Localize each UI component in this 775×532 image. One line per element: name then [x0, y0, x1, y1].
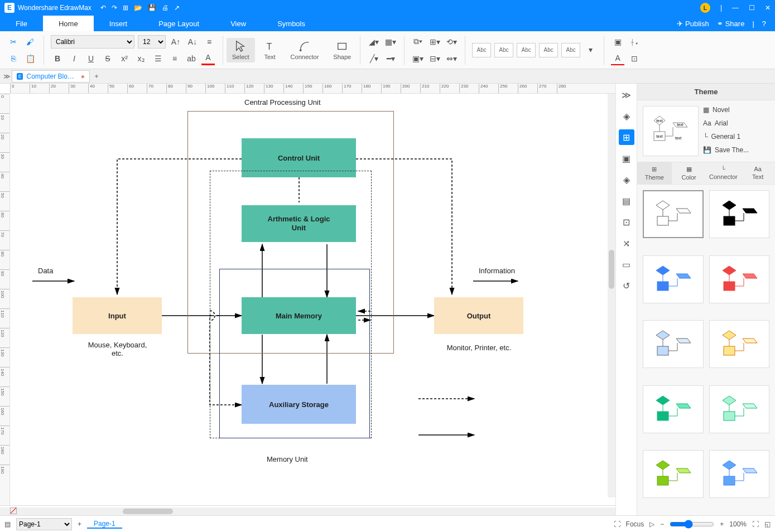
increase-font-icon[interactable]: A↑	[169, 35, 182, 49]
theme-item[interactable]	[643, 255, 704, 303]
zoom-slider[interactable]	[670, 520, 714, 529]
horizontal-scrollbar[interactable]	[0, 507, 615, 515]
crop-icon[interactable]: ⟊▾	[628, 35, 641, 49]
open-icon[interactable]: 📂	[134, 4, 142, 12]
rail-shuffle-icon[interactable]: ⤨	[619, 235, 634, 251]
rail-layers-icon[interactable]: ◈	[619, 172, 634, 187]
page-fit-icon[interactable]: ▣	[611, 35, 624, 49]
theme-connector-prop[interactable]: └General 1	[703, 133, 769, 141]
canvas[interactable]: Central Processing Unit Control Unit Art…	[10, 94, 615, 505]
tab-file[interactable]: File	[0, 16, 43, 31]
tab-view[interactable]: View	[215, 16, 262, 31]
select-tool[interactable]: Select	[227, 38, 255, 62]
subtab-connector[interactable]: └Connector	[706, 162, 741, 184]
publish-button[interactable]: ✈Publish	[677, 20, 709, 28]
group-icon[interactable]: ⧉▾	[411, 35, 425, 49]
highlight-icon[interactable]: ab	[185, 52, 198, 65]
subtab-text[interactable]: AaText	[740, 162, 775, 184]
new-icon[interactable]: ⊞	[123, 4, 128, 12]
tab-home[interactable]: Home	[43, 16, 94, 31]
copy-icon[interactable]: ⎘	[7, 52, 20, 65]
save-theme-button[interactable]: 💾Save The...	[703, 146, 769, 154]
decrease-font-icon[interactable]: A↓	[186, 35, 199, 49]
cut-icon[interactable]: ✂	[7, 35, 20, 49]
line-icon[interactable]: ╱▾	[367, 52, 381, 65]
zoom-value[interactable]: 100%	[729, 520, 747, 528]
help-icon[interactable]: ?	[762, 20, 766, 28]
rail-history-icon[interactable]: ↺	[619, 278, 634, 293]
italic-icon[interactable]: I	[68, 52, 81, 65]
theme-item[interactable]	[709, 190, 770, 238]
style-preset-1[interactable]: Abc	[472, 43, 491, 57]
align-objects-icon[interactable]: ⊞▾	[428, 35, 441, 49]
input-subtitle[interactable]: Mouse, Keyboard, etc.	[83, 341, 152, 357]
alu-box[interactable]: Arthmetic & Logic Unit	[242, 205, 356, 242]
zoom-out-button[interactable]: −	[660, 520, 664, 528]
bring-front-icon[interactable]: ▣▾	[411, 52, 425, 65]
style-preset-2[interactable]: Abc	[494, 43, 513, 57]
tab-symbols[interactable]: Symbols	[262, 16, 321, 31]
output-subtitle[interactable]: Monitor, Printer, etc.	[441, 344, 517, 352]
add-page-button[interactable]: +	[78, 520, 81, 528]
superscript-icon[interactable]: x²	[118, 52, 131, 65]
format-painter-icon[interactable]: 🖌	[23, 35, 37, 49]
text-annotation-icon[interactable]: A	[611, 52, 624, 65]
subtab-theme[interactable]: ⊞Theme	[637, 162, 672, 184]
rail-page-icon[interactable]: ▤	[619, 193, 634, 209]
bold-icon[interactable]: B	[51, 52, 64, 65]
page-tab[interactable]: Page-1	[87, 520, 122, 529]
page-select[interactable]: Page-1	[16, 518, 72, 530]
font-color-icon[interactable]: A	[201, 52, 215, 65]
theme-item[interactable]	[709, 255, 770, 303]
theme-color-prop[interactable]: ▦Novel	[703, 106, 769, 114]
theme-item[interactable]	[709, 385, 770, 433]
strikethrough-icon[interactable]: S	[101, 52, 114, 65]
share-button[interactable]: ⚭Share	[717, 20, 745, 28]
no-fill-swatch[interactable]	[10, 507, 17, 514]
play-icon[interactable]: ▷	[649, 520, 654, 528]
style-preset-4[interactable]: Abc	[539, 43, 558, 57]
zoom-in-button[interactable]: +	[720, 520, 724, 528]
theme-item[interactable]	[643, 385, 704, 433]
close-icon[interactable]: ✕	[765, 4, 771, 12]
user-avatar[interactable]: L	[700, 3, 710, 13]
style-more-icon[interactable]: ▾	[584, 43, 597, 56]
rail-expand-icon[interactable]: ≫	[619, 87, 634, 103]
rail-present-icon[interactable]: ▭	[619, 257, 634, 272]
line-spacing-icon[interactable]: ≡	[203, 35, 216, 49]
shape-tool[interactable]: Shape	[328, 38, 357, 62]
font-size-select[interactable]: 12	[138, 35, 166, 49]
font-name-select[interactable]: Calibri	[51, 35, 134, 49]
subscript-icon[interactable]: x₂	[134, 52, 148, 65]
outline-icon[interactable]: ▤	[4, 520, 11, 528]
paste-icon[interactable]: 📋	[23, 52, 37, 65]
main-memory-box[interactable]: Main Memory	[242, 297, 356, 334]
subtab-color[interactable]: ▦Color	[672, 162, 706, 184]
line-style-icon[interactable]: ━▾	[384, 52, 397, 65]
rail-style-icon[interactable]: ◈	[619, 108, 634, 124]
underline-icon[interactable]: U	[84, 52, 98, 65]
vertical-scrollbar[interactable]	[608, 94, 615, 497]
theme-item[interactable]	[709, 450, 770, 498]
data-label[interactable]: Data	[38, 267, 53, 275]
theme-item[interactable]	[643, 190, 704, 238]
align-icon[interactable]: ≡	[168, 52, 181, 65]
doc-tab[interactable]: E Computer Block... ●	[12, 70, 90, 83]
cpu-title[interactable]: Central Processing Unit	[244, 98, 321, 107]
tab-insert[interactable]: Insert	[94, 16, 143, 31]
aux-storage-box[interactable]: Auxiliary Storage	[242, 385, 356, 424]
maximize-icon[interactable]: ☐	[749, 4, 755, 12]
undo-icon[interactable]: ↶	[100, 4, 106, 12]
fullscreen-icon[interactable]: ◱	[764, 520, 771, 528]
tab-page-layout[interactable]: Page Layout	[143, 16, 215, 31]
output-box[interactable]: Output	[434, 297, 523, 334]
rail-library-icon[interactable]: ⊡	[619, 214, 634, 230]
connector-tool[interactable]: Connector	[285, 38, 325, 62]
save-icon[interactable]: 💾	[148, 4, 156, 12]
fit-page-icon[interactable]: ⛶	[752, 520, 759, 528]
theme-item[interactable]	[643, 450, 704, 498]
fill-icon[interactable]: ◢▾	[367, 35, 381, 49]
rail-image-icon[interactable]: ▣	[619, 151, 634, 166]
shadow-icon[interactable]: ▦▾	[384, 35, 397, 49]
rotate-icon[interactable]: ⟲▾	[445, 35, 458, 49]
